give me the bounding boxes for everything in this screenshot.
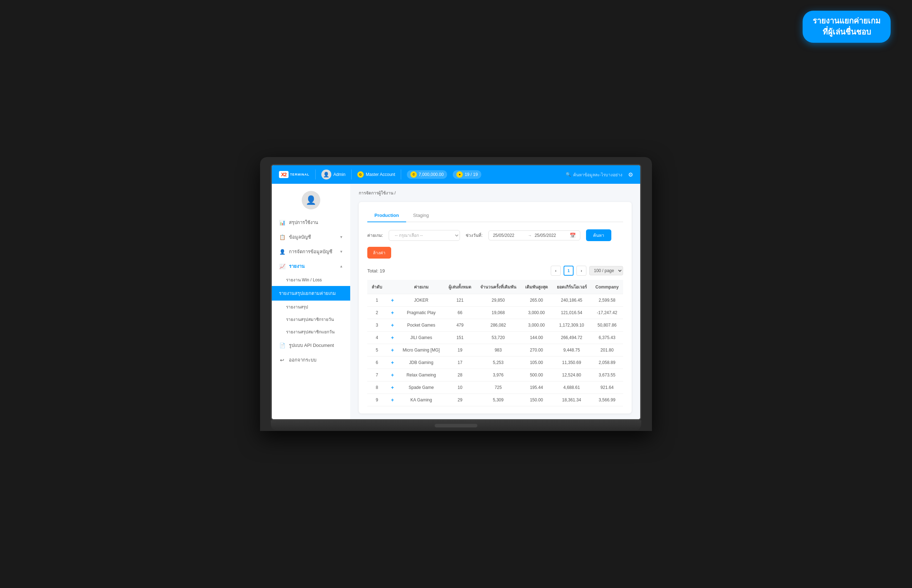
cell-expand[interactable]: + bbox=[386, 394, 398, 406]
cell-expand[interactable]: + bbox=[386, 319, 398, 331]
game-filter-select[interactable]: -- กรุณาเลือก -- bbox=[389, 230, 460, 241]
topbar-online: ● 19 / 19 bbox=[453, 170, 481, 179]
sidebar-item-report[interactable]: 📈 รายงาน ▲ bbox=[272, 259, 350, 273]
page-size-select[interactable]: 100 / page bbox=[589, 266, 623, 275]
cell-company: 3,673.55 bbox=[591, 369, 623, 381]
cell-expand[interactable]: + bbox=[386, 369, 398, 381]
cell-rank: 1 bbox=[367, 294, 386, 307]
filter-row: ค่ายเกม: -- กรุณาเลือก -- ช่วงวันที่: → … bbox=[367, 229, 623, 258]
cell-rank: 6 bbox=[367, 357, 386, 369]
sidebar-item-summary2[interactable]: รายงานสรุป bbox=[272, 300, 350, 313]
cell-expand[interactable]: + bbox=[386, 344, 398, 357]
app-logo: X2 TERMINAL bbox=[279, 171, 310, 178]
table-row: 8 + Spade Game 10 725 195.44 4,688.61 92… bbox=[367, 381, 623, 394]
weekly-summary-label: รายงานสรุปสมาชิกแยกวัน bbox=[286, 328, 335, 335]
date-range-picker[interactable]: → 📅 bbox=[488, 231, 581, 241]
sidebar-item-win-loss[interactable]: รายงาน Win / Loss bbox=[272, 273, 350, 286]
tab-staging[interactable]: Staging bbox=[406, 209, 436, 222]
cell-turnover: 1,172,309.10 bbox=[552, 319, 591, 331]
sidebar-item-account-info[interactable]: 📋 ข้อมูลบัญชี ▼ bbox=[272, 230, 350, 244]
table-row: 3 + Pocket Games 479 286,082 3,000.00 1,… bbox=[367, 319, 623, 331]
table-row: 9 + KA Gaming 29 5,309 150.00 18,361.34 … bbox=[367, 394, 623, 406]
cell-company: 6,375.43 bbox=[591, 331, 623, 344]
clear-button[interactable]: ล้างค่า bbox=[367, 247, 391, 258]
account-mgmt-icon: 👤 bbox=[279, 249, 285, 255]
laptop-base bbox=[271, 420, 641, 431]
cell-company: -17,247.42 bbox=[591, 307, 623, 319]
sidebar-item-daily-summary[interactable]: รายงานสรุปสมาชิกรายวัน bbox=[272, 313, 350, 326]
settings-icon[interactable]: ⚙ bbox=[628, 171, 633, 178]
table-header: ลำดับ ค่ายเกม ผู้เล่นทั้งหมด จำนวนครั้งท… bbox=[367, 280, 623, 294]
col-bets: จำนวนครั้งที่เดิมพัน bbox=[475, 280, 521, 294]
cell-rank: 7 bbox=[367, 369, 386, 381]
tab-production[interactable]: Production bbox=[367, 209, 406, 222]
cell-rank: 8 bbox=[367, 381, 386, 394]
cell-expand[interactable]: + bbox=[386, 331, 398, 344]
topbar-search[interactable]: 🔍 ค้นหาข้อมูลละ-ไรบางอย่าง bbox=[566, 171, 623, 178]
cell-turnover: 9,448.75 bbox=[552, 344, 591, 357]
cell-game: Pocket Games bbox=[398, 319, 444, 331]
cell-turnover: 4,688.61 bbox=[552, 381, 591, 394]
col-game: ค่ายเกม bbox=[398, 280, 444, 294]
sidebar-item-summary[interactable]: 📊 สรุปการใช้งาน bbox=[272, 215, 350, 230]
account-info-icon: 📋 bbox=[279, 234, 285, 240]
date-from-input[interactable] bbox=[493, 233, 525, 238]
summary2-label: รายงานสรุป bbox=[286, 304, 308, 310]
cell-rank: 2 bbox=[367, 307, 386, 319]
search-button[interactable]: ค้นหา bbox=[586, 229, 611, 241]
cell-expand[interactable]: + bbox=[386, 294, 398, 307]
cell-expand[interactable]: + bbox=[386, 307, 398, 319]
next-page-button[interactable]: › bbox=[576, 266, 586, 276]
game-summary-label: รายงานสรุปแยกตามค่ายเกม bbox=[279, 289, 336, 297]
cell-company: 50,807.86 bbox=[591, 319, 623, 331]
table-row: 4 + JILI Games 151 53,720 144.00 266,494… bbox=[367, 331, 623, 344]
cell-game: KA Gaming bbox=[398, 394, 444, 406]
online-icon: ● bbox=[456, 171, 463, 178]
logout-label: ออกจากระบบ bbox=[289, 356, 316, 363]
breadcrumb: การจัดการผู้ใช้งาน / bbox=[359, 189, 632, 196]
logout-icon: ↩ bbox=[279, 357, 285, 363]
cell-rank: 4 bbox=[367, 331, 386, 344]
laptop-screen: X2 TERMINAL 👤 Admin G Master Account © 7… bbox=[271, 164, 641, 420]
chevron-down-icon: ▼ bbox=[340, 235, 343, 239]
main-layout: 👤 📊 สรุปการใช้งาน 📋 ข้อมูลบัญชี ▼ 👤 การจ… bbox=[272, 184, 640, 419]
main-card: Production Staging ค่ายเกม: -- กรุณาเลือ… bbox=[359, 202, 632, 414]
laptop-frame: X2 TERMINAL 👤 Admin G Master Account © 7… bbox=[260, 157, 652, 431]
col-expand bbox=[386, 280, 398, 294]
cell-game: Relax Gameing bbox=[398, 369, 444, 381]
current-page-button[interactable]: 1 bbox=[564, 266, 574, 276]
cell-max-bet: 3,000.00 bbox=[521, 319, 552, 331]
cell-bets: 3,976 bbox=[475, 369, 521, 381]
chevron-down-icon2: ▼ bbox=[340, 250, 343, 254]
cell-players: 121 bbox=[444, 294, 476, 307]
cell-max-bet: 144.00 bbox=[521, 331, 552, 344]
cell-expand[interactable]: + bbox=[386, 381, 398, 394]
logo-x2: X2 bbox=[279, 171, 289, 178]
prev-page-button[interactable]: ‹ bbox=[551, 266, 561, 276]
cell-players: 29 bbox=[444, 394, 476, 406]
chevron-up-icon: ▲ bbox=[340, 264, 343, 268]
summary-icon: 📊 bbox=[279, 220, 285, 225]
cell-turnover: 240,186.45 bbox=[552, 294, 591, 307]
sidebar-item-account-mgmt[interactable]: 👤 การจัดการข้อมูลบัญชี ▼ bbox=[272, 244, 350, 259]
tooltip-bubble: รายงานแยกค่ายเกม ที่ผู้เล่นชื่นชอบ bbox=[803, 11, 891, 43]
cell-company: 201.80 bbox=[591, 344, 623, 357]
api-doc-icon: 📄 bbox=[279, 342, 285, 348]
sidebar-item-logout[interactable]: ↩ ออกจากระบบ bbox=[272, 352, 350, 367]
table-row: 7 + Relax Gameing 28 3,976 500.00 12,524… bbox=[367, 369, 623, 381]
cell-bets: 725 bbox=[475, 381, 521, 394]
topbar-master-account: G Master Account bbox=[357, 171, 395, 178]
sidebar-item-weekly-summary[interactable]: รายงานสรุปสมาชิกแยกวัน bbox=[272, 326, 350, 338]
cell-players: 10 bbox=[444, 381, 476, 394]
calendar-icon[interactable]: 📅 bbox=[570, 233, 576, 238]
sidebar-nav: 📊 สรุปการใช้งาน 📋 ข้อมูลบัญชี ▼ 👤 การจัด… bbox=[272, 215, 350, 367]
sidebar-item-api-doc[interactable]: 📄 รูปแบบ API Document bbox=[272, 338, 350, 352]
sidebar-item-game-summary[interactable]: รายงานสรุปแยกตามค่ายเกม bbox=[272, 286, 350, 300]
cell-game: JOKER bbox=[398, 294, 444, 307]
date-to-input[interactable] bbox=[535, 233, 567, 238]
cell-expand[interactable]: + bbox=[386, 357, 398, 369]
admin-avatar: 👤 bbox=[321, 170, 331, 179]
cell-turnover: 18,361.34 bbox=[552, 394, 591, 406]
col-turnover: ยอดเกิร์นโอเวอร์ bbox=[552, 280, 591, 294]
table-row: 2 + Pragmatic Play 66 19,068 3,000.00 12… bbox=[367, 307, 623, 319]
